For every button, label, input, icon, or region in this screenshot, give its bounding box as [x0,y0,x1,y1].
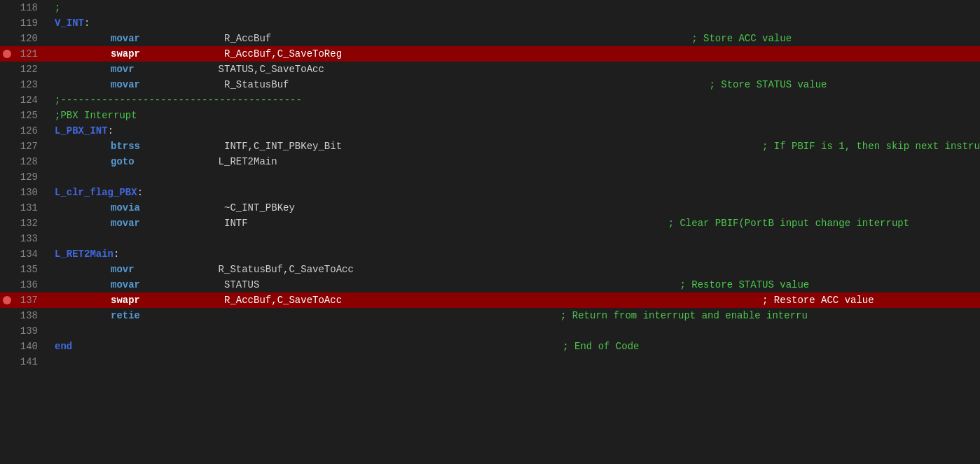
operand-text: STATUS,C_SaveToAcc [219,64,324,75]
line-number: 137 [14,295,49,306]
operand-text: R_AccBuf,C_SaveToReg [224,48,342,59]
line-content: L_RET2Main: [49,248,980,260]
comment-text: ; Clear PBIF(PortB input change interrup… [668,218,909,229]
code-line: 119V_INT: [0,15,980,31]
code-line: 134L_RET2Main: [0,246,980,262]
breakpoint-dot [3,50,11,58]
line-content: L_PBX_INT: [49,125,980,136]
code-line: 123movarR_StatusBuf; Store STATUS value [0,77,980,92]
label-text: L_RET2Main [55,248,113,260]
line-content: retie; Return from interrupt and enable … [49,310,980,321]
line-number: 131 [14,202,49,213]
line-content: end; End of Code [49,341,980,352]
line-number: 120 [14,33,49,44]
code-line: 135movrR_StatusBuf,C_SaveToAcc [0,262,980,277]
line-number: 139 [14,325,49,337]
breakpoint-area[interactable] [0,296,14,304]
line-content: ; [49,2,980,13]
code-line: 133 [0,231,980,246]
line-number: 122 [14,64,49,75]
instruction-keyword: movar [111,218,140,229]
instruction-keyword: retie [111,310,140,321]
line-number: 133 [14,233,49,244]
operand-text: ~C_INT_PBKey [224,202,295,213]
line-number: 121 [14,48,49,59]
line-content: swaprR_AccBuf,C_SaveToReg [49,48,980,59]
breakpoint-dot [3,296,11,304]
line-content: movarINTF; Clear PBIF(PortB input change… [49,218,980,229]
line-content: movrR_StatusBuf,C_SaveToAcc [49,264,980,275]
line-number: 140 [14,341,49,352]
instruction-keyword: movar [111,33,140,44]
line-content: movrSTATUS,C_SaveToAcc [49,64,980,75]
line-content: movarR_StatusBuf; Store STATUS value [49,79,980,90]
code-line: 131movia~C_INT_PBKey [0,200,980,216]
code-line: 122movrSTATUS,C_SaveToAcc [0,62,980,77]
line-number: 126 [14,125,49,136]
colon: : [137,187,143,198]
line-number: 135 [14,264,49,275]
line-content: ;---------------------------------------… [49,94,980,106]
label-text: L_PBX_INT [55,125,108,136]
code-line: 121swaprR_AccBuf,C_SaveToReg [0,46,980,62]
comment-text: ; Return from interrupt and enable inter… [560,310,808,321]
colon: : [113,248,119,260]
line-number: 118 [14,2,49,13]
line-content: gotoL_RET2Main [49,156,980,167]
code-line: 129 [0,169,980,185]
line-content: ;PBX Interrupt [49,110,980,121]
separator-text: ;---------------------------------------… [55,94,302,106]
comment-text: ; Store ACC value [691,33,792,44]
code-editor: 118;119V_INT:120movarR_AccBuf; Store ACC… [0,0,980,464]
line-content [49,233,980,244]
code-line: 127btrssINTF,C_INT_PBKey_Bit; If PBIF is… [0,139,980,154]
comment-text: ; Restore STATUS value [679,279,809,290]
line-number: 127 [14,141,49,152]
code-line: 137swaprR_AccBuf,C_SaveToAcc; Restore AC… [0,293,980,308]
label-text: L_clr_flag_PBX [55,187,137,198]
operand-text: INTF [224,218,248,229]
comment-text: ;PBX Interrupt [55,110,137,121]
code-line: 136movarSTATUS; Restore STATUS value [0,277,980,293]
line-content: L_clr_flag_PBX: [49,187,980,198]
line-number: 119 [14,17,49,29]
line-number: 130 [14,187,49,198]
code-line: 128gotoL_RET2Main [0,154,980,169]
label-text: V_INT [55,17,84,29]
colon: : [84,17,90,29]
instruction-keyword: movr [111,64,134,75]
instruction-keyword: movar [111,79,140,90]
instruction-keyword: movr [111,264,134,275]
line-number: 136 [14,279,49,290]
comment-text: ; [55,2,60,13]
instruction-keyword: swapr [111,295,140,306]
instruction-keyword: swapr [111,48,140,59]
instruction-keyword: goto [111,156,134,167]
breakpoint-area[interactable] [0,50,14,58]
instruction-keyword: movar [111,279,140,290]
line-number: 132 [14,218,49,229]
line-number: 128 [14,156,49,167]
code-line: 140end; End of Code [0,339,980,354]
comment-text: ; Store STATUS value [709,79,827,90]
line-number: 138 [14,310,49,321]
line-content: movarR_AccBuf; Store ACC value [49,33,980,44]
code-line: 130L_clr_flag_PBX: [0,185,980,200]
code-line: 126L_PBX_INT: [0,123,980,139]
line-content: movia~C_INT_PBKey [49,202,980,213]
line-number: 134 [14,248,49,260]
code-line: 139 [0,323,980,339]
colon: : [108,125,113,136]
comment-text: ; If PBIF is 1, then skip next instructi… [762,141,980,152]
comment-text: ; End of Code [563,341,639,352]
line-number: 129 [14,171,49,183]
line-content: btrssINTF,C_INT_PBKey_Bit; If PBIF is 1,… [49,141,980,152]
code-line: 141 [0,354,980,370]
line-content [49,325,980,337]
line-number: 141 [14,356,49,367]
instruction-keyword: movia [111,202,140,213]
operand-text: R_AccBuf [224,33,271,44]
operand-text: L_RET2Main [219,156,277,167]
instruction-keyword: btrss [111,141,140,152]
line-content: swaprR_AccBuf,C_SaveToAcc; Restore ACC v… [49,295,980,306]
